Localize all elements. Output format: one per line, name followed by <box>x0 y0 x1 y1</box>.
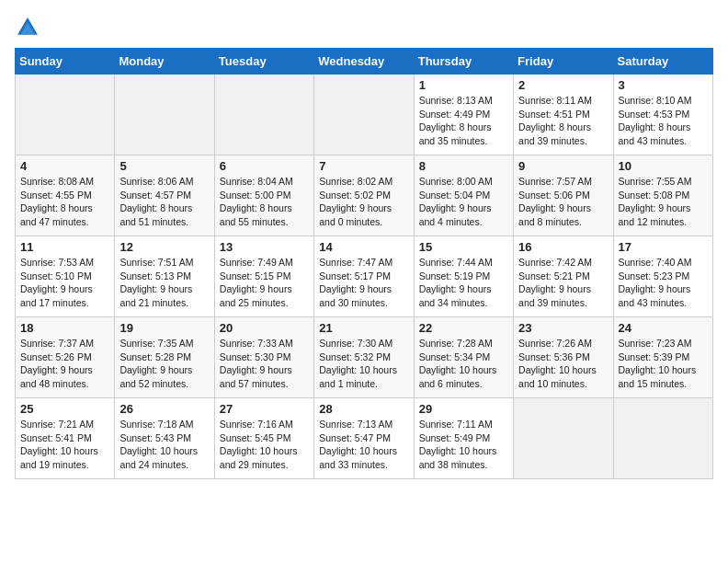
day-content: Sunrise: 8:04 AM Sunset: 5:00 PM Dayligh… <box>220 175 309 229</box>
header-monday: Monday <box>115 49 214 75</box>
day-content: Sunrise: 7:42 AM Sunset: 5:21 PM Dayligh… <box>518 256 608 310</box>
day-number: 10 <box>619 159 708 173</box>
calendar-cell: 1Sunrise: 8:13 AM Sunset: 4:49 PM Daylig… <box>414 75 513 155</box>
day-content: Sunrise: 7:51 AM Sunset: 5:13 PM Dayligh… <box>119 256 209 310</box>
calendar-cell: 22Sunrise: 7:28 AM Sunset: 5:34 PM Dayli… <box>414 317 513 398</box>
page-header <box>15 15 713 40</box>
day-content: Sunrise: 7:26 AM Sunset: 5:36 PM Dayligh… <box>518 337 608 391</box>
day-content: Sunrise: 7:35 AM Sunset: 5:28 PM Dayligh… <box>119 337 209 391</box>
day-number: 9 <box>518 159 608 173</box>
day-number: 26 <box>119 402 209 416</box>
day-content: Sunrise: 7:21 AM Sunset: 5:41 PM Dayligh… <box>20 418 109 472</box>
day-number: 16 <box>518 240 608 254</box>
calendar-cell: 15Sunrise: 7:44 AM Sunset: 5:19 PM Dayli… <box>414 236 513 317</box>
calendar-header-row: SundayMondayTuesdayWednesdayThursdayFrid… <box>16 49 713 75</box>
day-number: 20 <box>220 321 309 335</box>
calendar-cell: 12Sunrise: 7:51 AM Sunset: 5:13 PM Dayli… <box>115 236 214 317</box>
day-content: Sunrise: 7:55 AM Sunset: 5:08 PM Dayligh… <box>619 175 708 229</box>
calendar-cell: 13Sunrise: 7:49 AM Sunset: 5:15 PM Dayli… <box>214 236 313 317</box>
calendar-cell: 6Sunrise: 8:04 AM Sunset: 5:00 PM Daylig… <box>214 155 313 236</box>
calendar-cell: 27Sunrise: 7:16 AM Sunset: 5:45 PM Dayli… <box>214 398 313 479</box>
calendar-cell: 18Sunrise: 7:37 AM Sunset: 5:26 PM Dayli… <box>16 317 115 398</box>
calendar-cell <box>214 75 313 155</box>
day-content: Sunrise: 8:10 AM Sunset: 4:53 PM Dayligh… <box>619 94 708 148</box>
day-number: 5 <box>119 159 209 173</box>
calendar-week-row: 25Sunrise: 7:21 AM Sunset: 5:41 PM Dayli… <box>16 398 713 479</box>
day-content: Sunrise: 8:06 AM Sunset: 4:57 PM Dayligh… <box>119 175 209 229</box>
header-wednesday: Wednesday <box>314 49 414 75</box>
day-content: Sunrise: 8:08 AM Sunset: 4:55 PM Dayligh… <box>20 175 109 229</box>
calendar-cell: 16Sunrise: 7:42 AM Sunset: 5:21 PM Dayli… <box>514 236 613 317</box>
calendar-cell <box>314 75 414 155</box>
calendar-cell: 2Sunrise: 8:11 AM Sunset: 4:51 PM Daylig… <box>514 75 613 155</box>
day-content: Sunrise: 8:02 AM Sunset: 5:02 PM Dayligh… <box>319 175 408 229</box>
calendar-cell: 26Sunrise: 7:18 AM Sunset: 5:43 PM Dayli… <box>115 398 214 479</box>
day-content: Sunrise: 7:44 AM Sunset: 5:19 PM Dayligh… <box>419 256 508 310</box>
day-number: 15 <box>419 240 508 254</box>
day-number: 19 <box>119 321 209 335</box>
calendar-cell: 23Sunrise: 7:26 AM Sunset: 5:36 PM Dayli… <box>514 317 613 398</box>
calendar-cell: 3Sunrise: 8:10 AM Sunset: 4:53 PM Daylig… <box>613 75 712 155</box>
day-number: 28 <box>319 402 408 416</box>
day-number: 22 <box>419 321 508 335</box>
day-content: Sunrise: 7:11 AM Sunset: 5:49 PM Dayligh… <box>419 418 508 472</box>
calendar-cell <box>115 75 214 155</box>
calendar-cell: 29Sunrise: 7:11 AM Sunset: 5:49 PM Dayli… <box>414 398 513 479</box>
day-number: 2 <box>518 78 608 92</box>
calendar-week-row: 18Sunrise: 7:37 AM Sunset: 5:26 PM Dayli… <box>16 317 713 398</box>
calendar-cell: 5Sunrise: 8:06 AM Sunset: 4:57 PM Daylig… <box>115 155 214 236</box>
day-number: 8 <box>419 159 508 173</box>
calendar-cell: 11Sunrise: 7:53 AM Sunset: 5:10 PM Dayli… <box>16 236 115 317</box>
day-content: Sunrise: 7:18 AM Sunset: 5:43 PM Dayligh… <box>119 418 209 472</box>
day-number: 21 <box>319 321 408 335</box>
calendar-cell: 7Sunrise: 8:02 AM Sunset: 5:02 PM Daylig… <box>314 155 414 236</box>
day-number: 1 <box>419 78 508 92</box>
day-content: Sunrise: 7:47 AM Sunset: 5:17 PM Dayligh… <box>319 256 408 310</box>
calendar-cell: 8Sunrise: 8:00 AM Sunset: 5:04 PM Daylig… <box>414 155 513 236</box>
calendar-cell: 24Sunrise: 7:23 AM Sunset: 5:39 PM Dayli… <box>613 317 712 398</box>
header-friday: Friday <box>514 49 613 75</box>
logo-icon <box>15 15 40 40</box>
calendar-week-row: 4Sunrise: 8:08 AM Sunset: 4:55 PM Daylig… <box>16 155 713 236</box>
calendar-cell: 19Sunrise: 7:35 AM Sunset: 5:28 PM Dayli… <box>115 317 214 398</box>
logo <box>15 15 44 40</box>
day-content: Sunrise: 8:00 AM Sunset: 5:04 PM Dayligh… <box>419 175 508 229</box>
day-number: 18 <box>20 321 109 335</box>
day-number: 11 <box>20 240 109 254</box>
day-number: 24 <box>619 321 708 335</box>
day-content: Sunrise: 7:30 AM Sunset: 5:32 PM Dayligh… <box>319 337 408 391</box>
day-number: 13 <box>220 240 309 254</box>
calendar-cell: 4Sunrise: 8:08 AM Sunset: 4:55 PM Daylig… <box>16 155 115 236</box>
day-content: Sunrise: 8:13 AM Sunset: 4:49 PM Dayligh… <box>419 94 508 148</box>
day-number: 17 <box>619 240 708 254</box>
calendar-table: SundayMondayTuesdayWednesdayThursdayFrid… <box>15 48 713 479</box>
header-thursday: Thursday <box>414 49 513 75</box>
day-content: Sunrise: 7:23 AM Sunset: 5:39 PM Dayligh… <box>619 337 708 391</box>
day-content: Sunrise: 7:40 AM Sunset: 5:23 PM Dayligh… <box>619 256 708 310</box>
day-number: 29 <box>419 402 508 416</box>
calendar-cell: 17Sunrise: 7:40 AM Sunset: 5:23 PM Dayli… <box>613 236 712 317</box>
day-content: Sunrise: 7:28 AM Sunset: 5:34 PM Dayligh… <box>419 337 508 391</box>
day-number: 12 <box>119 240 209 254</box>
calendar-cell: 21Sunrise: 7:30 AM Sunset: 5:32 PM Dayli… <box>314 317 414 398</box>
header-sunday: Sunday <box>16 49 115 75</box>
day-content: Sunrise: 7:49 AM Sunset: 5:15 PM Dayligh… <box>220 256 309 310</box>
day-content: Sunrise: 7:13 AM Sunset: 5:47 PM Dayligh… <box>319 418 408 472</box>
day-number: 3 <box>619 78 708 92</box>
calendar-cell: 14Sunrise: 7:47 AM Sunset: 5:17 PM Dayli… <box>314 236 414 317</box>
day-content: Sunrise: 7:57 AM Sunset: 5:06 PM Dayligh… <box>518 175 608 229</box>
calendar-cell: 20Sunrise: 7:33 AM Sunset: 5:30 PM Dayli… <box>214 317 313 398</box>
day-number: 14 <box>319 240 408 254</box>
day-content: Sunrise: 7:53 AM Sunset: 5:10 PM Dayligh… <box>20 256 109 310</box>
day-number: 6 <box>220 159 309 173</box>
calendar-cell: 9Sunrise: 7:57 AM Sunset: 5:06 PM Daylig… <box>514 155 613 236</box>
header-saturday: Saturday <box>613 49 712 75</box>
calendar-cell: 10Sunrise: 7:55 AM Sunset: 5:08 PM Dayli… <box>613 155 712 236</box>
day-number: 25 <box>20 402 109 416</box>
day-number: 4 <box>20 159 109 173</box>
day-number: 7 <box>319 159 408 173</box>
day-content: Sunrise: 7:16 AM Sunset: 5:45 PM Dayligh… <box>220 418 309 472</box>
calendar-week-row: 1Sunrise: 8:13 AM Sunset: 4:49 PM Daylig… <box>16 75 713 155</box>
day-number: 23 <box>518 321 608 335</box>
day-content: Sunrise: 7:37 AM Sunset: 5:26 PM Dayligh… <box>20 337 109 391</box>
